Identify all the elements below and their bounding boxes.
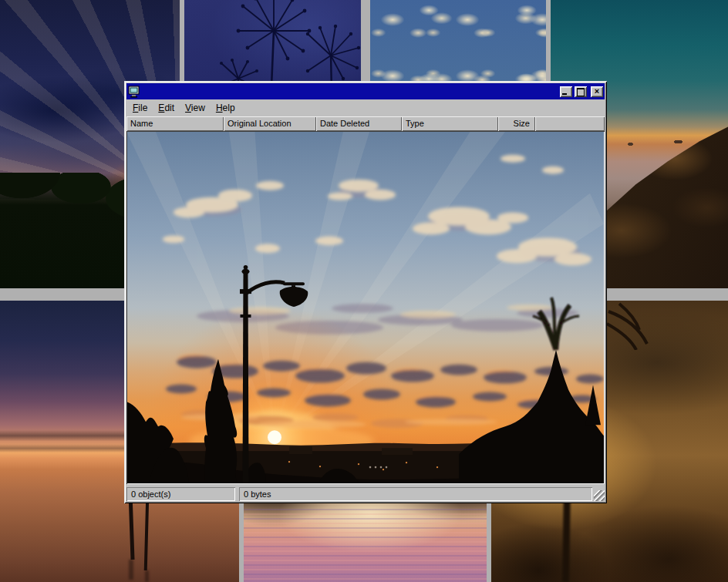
status-bar: 0 object(s) 0 bytes — [126, 486, 605, 501]
lake-pole — [144, 496, 150, 570]
menu-file[interactable]: File — [127, 101, 153, 115]
column-header-size[interactable]: Size — [498, 116, 535, 131]
menu-bar: File Edit View Help — [126, 100, 605, 116]
column-header-date-deleted[interactable]: Date Deleted — [316, 116, 402, 131]
lake-pole-reflection — [129, 560, 133, 580]
menu-help[interactable]: Help — [211, 101, 241, 115]
minimize-icon — [562, 93, 567, 95]
recycle-bin-window: × File Edit View Help Name Original Loca… — [124, 81, 607, 503]
computer-icon — [128, 86, 140, 98]
file-list-area[interactable] — [126, 131, 605, 484]
minimize-button[interactable] — [560, 86, 572, 97]
lake-pole-reflection — [145, 570, 149, 582]
column-header-name[interactable]: Name — [126, 116, 224, 131]
close-icon: × — [591, 86, 603, 97]
desktop-collage: × File Edit View Help Name Original Loca… — [0, 0, 728, 582]
titlebar[interactable]: × — [126, 83, 605, 99]
column-header-blank[interactable] — [535, 116, 605, 131]
branch-silhouette — [605, 301, 659, 350]
column-header-type[interactable]: Type — [402, 116, 498, 131]
resize-grip-icon[interactable] — [594, 490, 605, 501]
street-lamp-sunset-photo — [127, 132, 604, 483]
status-size: 0 bytes — [239, 487, 592, 501]
maximize-icon — [577, 88, 585, 96]
status-objects: 0 object(s) — [126, 487, 235, 501]
column-header-original-location[interactable]: Original Location — [224, 116, 316, 131]
menu-view[interactable]: View — [180, 101, 211, 115]
close-button[interactable]: × — [591, 86, 603, 97]
maximize-button[interactable] — [575, 86, 587, 97]
menu-edit[interactable]: Edit — [153, 101, 180, 115]
column-header-row: Name Original Location Date Deleted Type… — [126, 116, 605, 131]
